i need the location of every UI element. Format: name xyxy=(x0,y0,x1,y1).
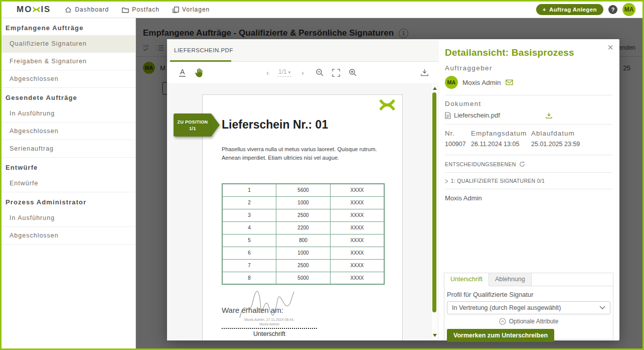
moxis-logo[interactable]: MO IS xyxy=(17,5,51,15)
signature-block: Ware erhalten am: Moxis Admin, 27.11.202… xyxy=(222,306,322,337)
table-row: 21000XXXX xyxy=(222,196,384,209)
help-button[interactable]: ? xyxy=(608,5,617,14)
table-row: 85000XXXX xyxy=(222,272,384,284)
envelope-icon[interactable] xyxy=(506,79,513,85)
create-order-button[interactable]: + Auftrag Anlegen xyxy=(536,4,603,15)
nav-postfach[interactable]: Postfach xyxy=(122,6,159,13)
nr-label: Nr. xyxy=(445,130,471,137)
sidebar-item-qualifizierte-signaturen[interactable]: Qualifizierte Signaturen xyxy=(2,35,135,53)
detail-title: Detailansicht: Basisprozess xyxy=(445,47,612,58)
tab-ablehnung[interactable]: Ablehnung xyxy=(489,273,532,286)
pdf-canvas: ZU POSITION 1/1 Lieferschein Nr.: 01 Pha… xyxy=(167,83,439,340)
profile-select-value: In Vertretung (durch Regel ausgewählt) xyxy=(452,304,561,311)
expiry-date-label: Ablaufdatum xyxy=(531,130,612,137)
document-row: Lieferschein.pdf xyxy=(445,111,612,125)
pdf-tabbar: LIEFERSCHEIN.PDF xyxy=(167,39,439,62)
help-icon: ? xyxy=(611,7,615,13)
client-label: Auftraggeber xyxy=(445,64,612,72)
decision-level-1[interactable]: > 1: QUALIFIZIERTE SIGNATUREN 0/1 xyxy=(445,173,612,189)
sidebar-item-abgeschlossen-1[interactable]: Abgeschlossen xyxy=(2,70,135,88)
next-page-button[interactable]: › xyxy=(301,62,304,83)
action-tabs: Unterschrift Ablehnung xyxy=(444,273,613,286)
home-icon xyxy=(65,7,72,13)
zoom-in-icon[interactable] xyxy=(349,62,357,83)
sidebar-section-entwuerfe: Entwürfe xyxy=(2,158,135,175)
previous-page-button[interactable]: ‹ xyxy=(266,62,269,83)
page-indicator[interactable]: 1/1▾ xyxy=(277,68,291,77)
caret-down-icon: ▾ xyxy=(288,70,291,75)
logo-text-suffix: IS xyxy=(41,5,51,15)
chevron-down-icon xyxy=(599,306,605,310)
pdf-scrollbar[interactable] xyxy=(431,84,437,339)
pdf-viewer: LIEFERSCHEIN.PDF A ‹ 1/1▾ › xyxy=(167,39,439,340)
sidebar-item-entwuerfe[interactable]: Entwürfe xyxy=(2,175,135,192)
scrollbar-thumb[interactable] xyxy=(432,92,436,312)
pdf-file-icon xyxy=(445,112,451,119)
sidebar-item-abgeschlossen-2[interactable]: Abgeschlossen xyxy=(2,123,135,140)
received-date-value: 26.11.2024 13:05 xyxy=(471,141,531,148)
document-paragraph: Phasellus viverra nulla ut metus varius … xyxy=(222,145,386,162)
table-row: 32500XXXX xyxy=(222,209,384,221)
text-annotation-tool[interactable]: A xyxy=(179,68,186,77)
refresh-icon[interactable] xyxy=(519,161,525,167)
sidebar-section-gesendete: Gesendete Aufträge xyxy=(2,88,135,105)
pan-hand-tool[interactable] xyxy=(194,62,204,83)
signature-action-card: Unterschrift Ablehnung Profil für Qualif… xyxy=(444,273,613,339)
table-row: 5800XXXX xyxy=(222,234,384,247)
profile-label: Profil für Qualifizierte Signatur xyxy=(447,291,610,298)
moxis-x-icon xyxy=(32,7,41,13)
create-order-label: Auftrag Anlegen xyxy=(549,7,597,13)
sidebar-item-serienauftrag[interactable]: Serienauftrag xyxy=(2,140,135,158)
sidebar-item-abgeschlossen-3[interactable]: Abgeschlossen xyxy=(2,227,135,245)
sidebar-section-empfangene: Empfangene Aufträge xyxy=(2,18,135,35)
download-icon[interactable] xyxy=(420,62,429,83)
tab-unterschrift[interactable]: Unterschrift xyxy=(444,273,489,286)
sidebar-section-prozess-admin: Prozess Administrator xyxy=(2,192,135,209)
document-table: 15600XXXX 21000XXXX 32500XXXX 42200XXXX … xyxy=(222,183,385,285)
table-row: 61000XXXX xyxy=(222,247,384,259)
received-date-label: Empfangsdatum xyxy=(471,130,531,137)
zoom-out-icon[interactable] xyxy=(315,62,324,83)
sidebar-item-freigaben-signaturen[interactable]: Freigaben & Signaturen xyxy=(2,53,135,70)
signature-caption: Unterschrift xyxy=(222,330,317,337)
top-navbar: MO IS Dashboard Postfach Vorlagen + Auft… xyxy=(2,2,642,18)
optional-attributes-toggle[interactable]: Optionale Attribute xyxy=(447,318,610,325)
circle-chevron-up-icon xyxy=(499,318,506,325)
logo-text-prefix: MO xyxy=(17,5,32,15)
nav-vorlagen[interactable]: Vorlagen xyxy=(173,6,210,13)
document-download-icon[interactable] xyxy=(545,112,553,119)
scroll-up-arrow[interactable] xyxy=(433,87,437,90)
handwritten-signature xyxy=(236,287,311,323)
sidebar-item-in-ausfuehrung-1[interactable]: In Ausführung xyxy=(2,105,135,123)
user-avatar[interactable]: MA xyxy=(622,3,635,16)
templates-icon xyxy=(173,7,179,13)
app-window: MO IS Dashboard Postfach Vorlagen + Auft… xyxy=(0,0,644,350)
sidebar-item-in-ausfuehrung-2[interactable]: In Ausführung xyxy=(2,209,135,227)
document-title: Lieferschein Nr.: 01 xyxy=(222,118,328,132)
level-signer-name: Moxis Admin xyxy=(445,189,612,207)
pdf-toolbar: A ‹ 1/1▾ › xyxy=(167,62,439,83)
expiry-date-value: 25.01.2025 23:59 xyxy=(531,141,612,148)
table-row: 15600XXXX xyxy=(222,184,384,196)
table-row: 42200XXXX xyxy=(222,221,384,234)
profile-select[interactable]: In Vertretung (durch Regel ausgewählt) xyxy=(447,301,610,314)
tab-lieferschein-pdf[interactable]: LIEFERSCHEIN.PDF xyxy=(167,47,240,53)
client-name: Moxis Admin xyxy=(462,79,501,86)
plus-icon: + xyxy=(543,7,546,13)
scroll-down-arrow[interactable] xyxy=(433,334,437,337)
order-meta: Nr.100907 Empfangsdatum26.11.2024 13:05 … xyxy=(445,125,612,155)
table-row: 72500XXXX xyxy=(222,259,384,272)
fullscreen-icon[interactable] xyxy=(332,62,340,83)
document-label: Dokument xyxy=(445,95,612,107)
pdf-page: ZU POSITION 1/1 Lieferschein Nr.: 01 Pha… xyxy=(202,94,403,340)
client-row: MA Moxis Admin xyxy=(445,76,612,95)
document-name[interactable]: Lieferschein.pdf xyxy=(454,111,500,119)
close-icon[interactable]: × xyxy=(607,42,613,52)
sidebar: Empfangene Aufträge Qualifizierte Signat… xyxy=(2,18,136,348)
signature-line xyxy=(222,328,317,329)
goto-position-badge[interactable]: ZU POSITION 1/1 xyxy=(174,113,212,137)
moxis-x-logo-icon xyxy=(379,99,395,111)
submit-signature-button[interactable]: Vormerken zum Unterschreiben xyxy=(447,329,554,342)
nav-dashboard[interactable]: Dashboard xyxy=(65,6,109,13)
folder-icon xyxy=(122,7,129,13)
